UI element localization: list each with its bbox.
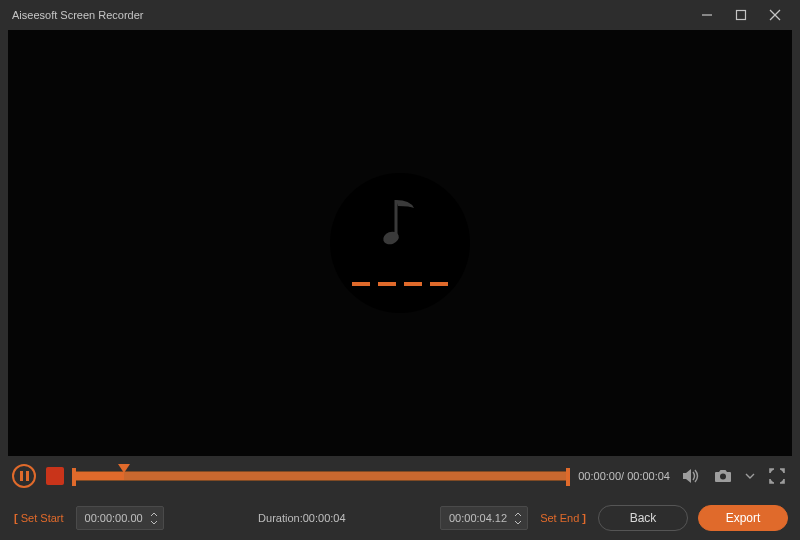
volume-button[interactable] [680,465,702,487]
start-time-spinner [149,511,159,526]
set-start-button[interactable]: [ Set Start [12,508,66,528]
timeline-progress [75,472,124,480]
preview-area [8,30,792,456]
snapshot-button[interactable] [712,465,734,487]
export-button-label: Export [726,511,761,525]
start-time-down[interactable] [149,519,159,526]
total-time: 00:00:04 [627,470,670,482]
duration-display: Duration:00:00:04 [258,512,345,524]
playhead[interactable] [118,464,130,476]
music-note-icon [380,194,420,256]
end-time-value: 00:00:04.12 [449,512,507,524]
pause-icon [20,471,29,481]
app-title: Aiseesoft Screen Recorder [8,9,143,21]
clip-end-handle[interactable] [566,468,570,486]
audio-visualizer [315,158,485,328]
stop-button[interactable] [46,467,64,485]
end-time-field[interactable]: 00:00:04.12 [440,506,528,530]
end-time-down[interactable] [513,519,523,526]
app-window: Aiseesoft Screen Recorder [0,0,800,540]
start-time-field[interactable]: 00:00:00.00 [76,506,164,530]
end-time-up[interactable] [513,511,523,518]
pause-button[interactable] [12,464,36,488]
timeline[interactable] [74,466,568,486]
time-display: 00:00:00/ 00:00:04 [578,470,670,482]
equalizer-bars-icon [352,282,448,286]
end-time-spinner [513,511,523,526]
svg-rect-1 [737,11,746,20]
back-button-label: Back [630,511,657,525]
svg-point-8 [381,230,400,247]
svg-point-10 [720,474,726,480]
set-end-button[interactable]: Set End ] [538,508,588,528]
title-bar: Aiseesoft Screen Recorder [0,0,800,30]
export-button[interactable]: Export [698,505,788,531]
chevron-down-icon [745,472,755,480]
trim-bar: [ Set Start 00:00:00.00 Duration:00:00:0… [0,496,800,540]
svg-marker-9 [118,464,130,473]
volume-icon [682,468,700,484]
playback-bar: 00:00:00/ 00:00:04 [0,456,800,496]
window-controls [690,0,792,30]
snapshot-options-button[interactable] [744,465,756,487]
camera-icon [714,469,732,483]
duration-label: Duration: [258,512,303,524]
fullscreen-button[interactable] [766,465,788,487]
start-time-up[interactable] [149,511,159,518]
maximize-button[interactable] [724,0,758,30]
fullscreen-icon [769,468,785,484]
set-end-label: Set End [540,512,579,524]
duration-value: 00:00:04 [303,512,346,524]
current-time: 00:00:00 [578,470,621,482]
start-time-value: 00:00:00.00 [85,512,143,524]
set-start-label: Set Start [21,512,64,524]
back-button[interactable]: Back [598,505,688,531]
minimize-button[interactable] [690,0,724,30]
close-button[interactable] [758,0,792,30]
